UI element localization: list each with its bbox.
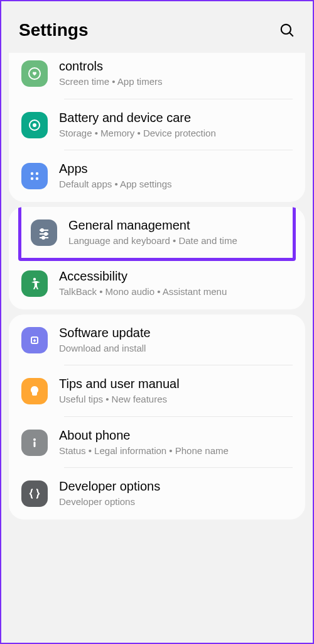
item-text: About phone Status • Legal information •… [59, 428, 293, 457]
item-subtitle: Screen time • App timers [59, 75, 293, 88]
item-text: General management Language and keyboard… [68, 218, 283, 247]
settings-item-controls[interactable]: controls Screen time • App timers [9, 53, 305, 99]
item-subtitle: Status • Legal information • Phone name [59, 445, 293, 457]
item-subtitle: TalkBack • Mono audio • Assistant menu [59, 286, 293, 298]
item-title: Battery and device care [59, 111, 293, 125]
item-title: General management [68, 218, 283, 233]
item-text: controls Screen time • App timers [59, 59, 293, 88]
svg-point-8 [36, 177, 38, 180]
item-title: About phone [59, 428, 293, 443]
svg-point-12 [45, 233, 47, 235]
download-icon [21, 327, 48, 353]
item-text: Developer options Developer options [59, 479, 293, 508]
svg-point-4 [33, 123, 36, 127]
item-text: Tips and user manual Useful tips • New f… [59, 377, 293, 406]
svg-point-6 [36, 172, 38, 175]
svg-point-14 [42, 236, 45, 239]
info-icon [21, 430, 48, 456]
settings-item-apps[interactable]: Apps Default apps • App settings [9, 150, 305, 202]
person-icon [21, 270, 48, 297]
settings-item-software[interactable]: Software update Download and install [9, 314, 305, 366]
settings-item-battery[interactable]: Battery and device care Storage • Memory… [9, 99, 305, 151]
item-text: Accessibility TalkBack • Mono audio • As… [59, 269, 293, 298]
item-text: Battery and device care Storage • Memory… [59, 111, 293, 140]
item-text: Software update Download and install [59, 326, 293, 355]
item-text: Apps Default apps • App settings [59, 162, 293, 191]
svg-line-1 [290, 33, 293, 36]
item-subtitle: Useful tips • New features [59, 393, 293, 406]
settings-item-accessibility[interactable]: Accessibility TalkBack • Mono audio • As… [9, 258, 305, 309]
item-title: Software update [59, 326, 293, 340]
header: Settings [1, 1, 313, 53]
item-title: controls [59, 59, 293, 74]
item-subtitle: Storage • Memory • Device protection [59, 127, 293, 140]
settings-card: General management Language and keyboard… [9, 207, 305, 309]
settings-card: Software update Download and install Tip… [9, 314, 305, 519]
bulb-icon [21, 378, 48, 404]
svg-point-5 [31, 172, 33, 175]
svg-point-15 [33, 278, 36, 280]
highlighted-item: General management Language and keyboard… [18, 207, 296, 262]
item-title: Tips and user manual [59, 377, 293, 391]
refresh-icon [21, 112, 48, 138]
settings-item-general[interactable]: General management Language and keyboard… [18, 207, 296, 258]
sliders-icon [31, 219, 57, 246]
svg-rect-18 [34, 441, 36, 447]
settings-item-about[interactable]: About phone Status • Legal information •… [9, 417, 305, 469]
item-subtitle: Download and install [59, 342, 293, 355]
svg-point-10 [41, 229, 43, 231]
settings-item-developer[interactable]: Developer options Developer options [9, 468, 305, 519]
grid-icon [21, 163, 48, 189]
item-title: Accessibility [59, 269, 293, 284]
settings-item-tips[interactable]: Tips and user manual Useful tips • New f… [9, 365, 305, 417]
heart-circle-icon [21, 60, 48, 87]
item-subtitle: Language and keyboard • Date and time [68, 235, 283, 247]
settings-card: controls Screen time • App timers Batter… [9, 53, 305, 202]
item-title: Developer options [59, 479, 293, 494]
item-title: Apps [59, 162, 293, 176]
svg-point-7 [31, 177, 33, 180]
svg-point-17 [33, 438, 36, 441]
item-subtitle: Default apps • App settings [59, 178, 293, 191]
search-icon[interactable] [279, 22, 295, 38]
item-subtitle: Developer options [59, 496, 293, 508]
svg-point-0 [281, 25, 291, 34]
braces-icon [21, 480, 48, 507]
page-title: Settings [19, 20, 88, 40]
